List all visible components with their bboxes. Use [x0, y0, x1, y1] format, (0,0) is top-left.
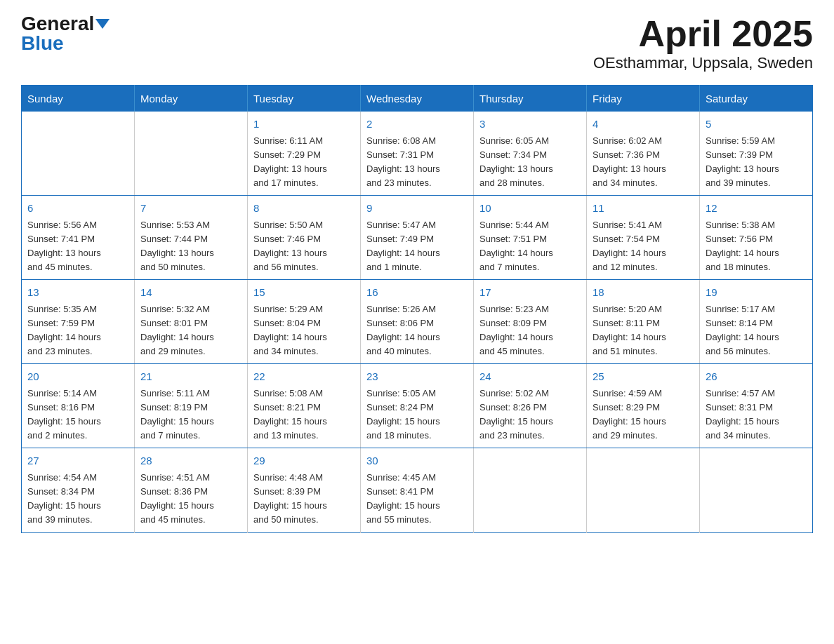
calendar-cell: 11Sunrise: 5:41 AM Sunset: 7:54 PM Dayli… [587, 196, 700, 280]
day-info: Sunrise: 5:26 AM Sunset: 8:06 PM Dayligh… [366, 302, 468, 359]
calendar-title: April 2025 [593, 14, 813, 54]
calendar-cell [474, 448, 587, 532]
weekday-header-row: SundayMondayTuesdayWednesdayThursdayFrid… [22, 86, 813, 112]
day-info: Sunrise: 4:48 AM Sunset: 8:39 PM Dayligh… [253, 471, 355, 528]
day-number: 10 [479, 201, 581, 217]
day-number: 21 [140, 369, 241, 385]
day-number: 25 [593, 369, 694, 385]
day-info: Sunrise: 5:08 AM Sunset: 8:21 PM Dayligh… [253, 387, 355, 443]
calendar-cell: 6Sunrise: 5:56 AM Sunset: 7:41 PM Daylig… [22, 196, 135, 280]
weekday-header-saturday: Saturday [700, 86, 813, 112]
day-info: Sunrise: 5:02 AM Sunset: 8:26 PM Dayligh… [479, 387, 581, 443]
day-number: 14 [140, 285, 241, 301]
weekday-header-friday: Friday [587, 86, 700, 112]
calendar-cell: 21Sunrise: 5:11 AM Sunset: 8:19 PM Dayli… [135, 364, 248, 448]
calendar-cell: 28Sunrise: 4:51 AM Sunset: 8:36 PM Dayli… [135, 448, 248, 532]
calendar-cell: 13Sunrise: 5:35 AM Sunset: 7:59 PM Dayli… [22, 280, 135, 364]
weekday-header-tuesday: Tuesday [248, 86, 361, 112]
day-info: Sunrise: 5:11 AM Sunset: 8:19 PM Dayligh… [140, 387, 241, 443]
day-number: 6 [27, 201, 128, 217]
day-number: 4 [593, 116, 694, 133]
day-info: Sunrise: 5:56 AM Sunset: 7:41 PM Dayligh… [27, 218, 128, 275]
calendar-body: 1Sunrise: 6:11 AM Sunset: 7:29 PM Daylig… [22, 112, 813, 532]
day-info: Sunrise: 5:20 AM Sunset: 8:11 PM Dayligh… [593, 302, 694, 359]
day-info: Sunrise: 4:45 AM Sunset: 8:41 PM Dayligh… [366, 471, 468, 528]
day-number: 30 [366, 453, 468, 469]
day-info: Sunrise: 5:29 AM Sunset: 8:04 PM Dayligh… [253, 302, 355, 359]
calendar-week-4: 20Sunrise: 5:14 AM Sunset: 8:16 PM Dayli… [22, 364, 813, 448]
day-info: Sunrise: 5:35 AM Sunset: 7:59 PM Dayligh… [27, 302, 128, 359]
day-info: Sunrise: 5:32 AM Sunset: 8:01 PM Dayligh… [140, 302, 241, 359]
day-number: 19 [706, 285, 807, 301]
calendar-table: SundayMondayTuesdayWednesdayThursdayFrid… [21, 85, 813, 532]
calendar-cell: 16Sunrise: 5:26 AM Sunset: 8:06 PM Dayli… [361, 280, 474, 364]
title-block: April 2025 OEsthammar, Uppsala, Sweden [593, 14, 813, 72]
day-info: Sunrise: 6:08 AM Sunset: 7:31 PM Dayligh… [366, 134, 468, 191]
day-number: 23 [366, 369, 468, 385]
calendar-week-5: 27Sunrise: 4:54 AM Sunset: 8:34 PM Dayli… [22, 448, 813, 532]
calendar-cell: 22Sunrise: 5:08 AM Sunset: 8:21 PM Dayli… [248, 364, 361, 448]
logo-blue-text: Blue [21, 34, 64, 53]
calendar-cell [587, 448, 700, 532]
day-number: 22 [253, 369, 355, 385]
calendar-cell [135, 112, 248, 196]
weekday-header-wednesday: Wednesday [361, 86, 474, 112]
calendar-week-2: 6Sunrise: 5:56 AM Sunset: 7:41 PM Daylig… [22, 196, 813, 280]
weekday-header-monday: Monday [135, 86, 248, 112]
day-number: 29 [253, 453, 355, 469]
day-info: Sunrise: 5:38 AM Sunset: 7:56 PM Dayligh… [706, 218, 807, 275]
day-info: Sunrise: 5:05 AM Sunset: 8:24 PM Dayligh… [366, 387, 468, 443]
day-number: 12 [706, 201, 807, 217]
day-info: Sunrise: 4:51 AM Sunset: 8:36 PM Dayligh… [140, 471, 241, 528]
day-number: 1 [253, 116, 355, 133]
calendar-cell: 18Sunrise: 5:20 AM Sunset: 8:11 PM Dayli… [587, 280, 700, 364]
day-number: 18 [593, 285, 694, 301]
weekday-header-thursday: Thursday [474, 86, 587, 112]
day-info: Sunrise: 5:50 AM Sunset: 7:46 PM Dayligh… [253, 218, 355, 275]
logo-general-text: General [21, 14, 110, 34]
calendar-cell: 19Sunrise: 5:17 AM Sunset: 8:14 PM Dayli… [700, 280, 813, 364]
day-info: Sunrise: 4:54 AM Sunset: 8:34 PM Dayligh… [27, 471, 128, 528]
page-header: General Blue April 2025 OEsthammar, Upps… [21, 14, 813, 72]
day-number: 28 [140, 453, 241, 469]
logo-arrow-icon [95, 19, 110, 29]
day-number: 11 [593, 201, 694, 217]
calendar-cell: 10Sunrise: 5:44 AM Sunset: 7:51 PM Dayli… [474, 196, 587, 280]
day-number: 17 [479, 285, 581, 301]
day-info: Sunrise: 4:57 AM Sunset: 8:31 PM Dayligh… [706, 387, 807, 443]
day-info: Sunrise: 6:11 AM Sunset: 7:29 PM Dayligh… [253, 134, 355, 191]
day-number: 3 [479, 116, 581, 133]
calendar-cell: 25Sunrise: 4:59 AM Sunset: 8:29 PM Dayli… [587, 364, 700, 448]
day-info: Sunrise: 5:59 AM Sunset: 7:39 PM Dayligh… [706, 134, 807, 191]
day-number: 8 [253, 201, 355, 217]
day-info: Sunrise: 5:41 AM Sunset: 7:54 PM Dayligh… [593, 218, 694, 275]
calendar-cell [700, 448, 813, 532]
day-number: 2 [366, 116, 468, 133]
calendar-cell: 7Sunrise: 5:53 AM Sunset: 7:44 PM Daylig… [135, 196, 248, 280]
day-number: 27 [27, 453, 128, 469]
calendar-cell: 30Sunrise: 4:45 AM Sunset: 8:41 PM Dayli… [361, 448, 474, 532]
day-info: Sunrise: 5:47 AM Sunset: 7:49 PM Dayligh… [366, 218, 468, 275]
day-info: Sunrise: 4:59 AM Sunset: 8:29 PM Dayligh… [593, 387, 694, 443]
calendar-cell: 3Sunrise: 6:05 AM Sunset: 7:34 PM Daylig… [474, 112, 587, 196]
day-info: Sunrise: 5:44 AM Sunset: 7:51 PM Dayligh… [479, 218, 581, 275]
calendar-cell: 29Sunrise: 4:48 AM Sunset: 8:39 PM Dayli… [248, 448, 361, 532]
calendar-week-1: 1Sunrise: 6:11 AM Sunset: 7:29 PM Daylig… [22, 112, 813, 196]
logo: General Blue [21, 14, 110, 53]
day-info: Sunrise: 6:02 AM Sunset: 7:36 PM Dayligh… [593, 134, 694, 191]
day-info: Sunrise: 6:05 AM Sunset: 7:34 PM Dayligh… [479, 134, 581, 191]
calendar-cell: 9Sunrise: 5:47 AM Sunset: 7:49 PM Daylig… [361, 196, 474, 280]
day-info: Sunrise: 5:53 AM Sunset: 7:44 PM Dayligh… [140, 218, 241, 275]
calendar-cell: 15Sunrise: 5:29 AM Sunset: 8:04 PM Dayli… [248, 280, 361, 364]
day-number: 16 [366, 285, 468, 301]
calendar-cell: 8Sunrise: 5:50 AM Sunset: 7:46 PM Daylig… [248, 196, 361, 280]
calendar-subtitle: OEsthammar, Uppsala, Sweden [593, 54, 813, 72]
day-info: Sunrise: 5:23 AM Sunset: 8:09 PM Dayligh… [479, 302, 581, 359]
day-info: Sunrise: 5:14 AM Sunset: 8:16 PM Dayligh… [27, 387, 128, 443]
calendar-week-3: 13Sunrise: 5:35 AM Sunset: 7:59 PM Dayli… [22, 280, 813, 364]
calendar-cell: 4Sunrise: 6:02 AM Sunset: 7:36 PM Daylig… [587, 112, 700, 196]
day-number: 5 [706, 116, 807, 133]
day-number: 20 [27, 369, 128, 385]
calendar-cell: 26Sunrise: 4:57 AM Sunset: 8:31 PM Dayli… [700, 364, 813, 448]
calendar-cell: 2Sunrise: 6:08 AM Sunset: 7:31 PM Daylig… [361, 112, 474, 196]
